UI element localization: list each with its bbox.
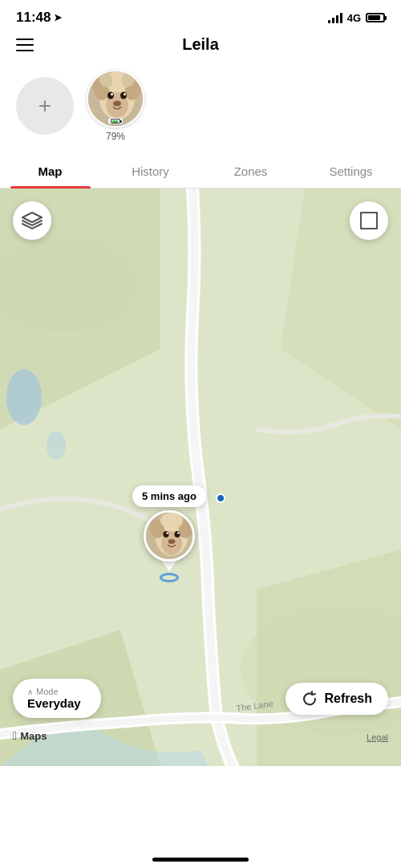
svg-point-30	[160, 513, 183, 529]
pet-avatar-wrapper[interactable]: 79%	[87, 70, 144, 142]
layers-button[interactable]	[13, 201, 51, 240]
page-title: Leila	[182, 35, 219, 54]
svg-point-26	[174, 531, 180, 537]
hamburger-line-3	[16, 50, 34, 51]
signal-bar-4	[340, 13, 342, 23]
svg-point-7	[111, 93, 113, 95]
marker-pet-image	[144, 510, 195, 562]
pet-battery-fill	[112, 120, 118, 123]
tab-zones[interactable]: Zones	[200, 155, 301, 188]
expand-icon	[358, 210, 379, 231]
time-display: 11:48	[16, 10, 51, 26]
pet-battery-mini	[111, 119, 120, 124]
location-icon: ➤	[54, 12, 62, 23]
svg-point-28	[177, 532, 180, 534]
signal-bar-3	[336, 15, 338, 23]
signal-bar-1	[328, 20, 330, 23]
header: Leila	[0, 32, 401, 63]
refresh-label-text: Refresh	[324, 692, 372, 706]
add-pet-button[interactable]: +	[16, 77, 74, 135]
marker-ring	[160, 573, 179, 582]
mode-prefix-label: ∧ Mode	[27, 687, 87, 696]
pet-avatar	[87, 70, 144, 128]
marker-time-text: 5 mins ago	[142, 490, 196, 502]
home-indicator	[152, 858, 249, 862]
svg-rect-19	[361, 213, 377, 229]
pet-battery-indicator	[108, 118, 123, 124]
marker-time-bubble: 5 mins ago	[132, 485, 206, 507]
tab-history[interactable]: History	[100, 155, 200, 188]
tab-settings-label: Settings	[329, 164, 372, 178]
signal-bars	[328, 12, 342, 23]
battery-fill	[368, 15, 380, 20]
legal-link[interactable]: Legal	[367, 732, 388, 742]
tab-history-label: History	[132, 164, 169, 178]
pet-avatar-image	[88, 71, 143, 126]
marker-pin	[161, 560, 177, 571]
layers-icon	[21, 209, 43, 232]
signal-bar-2	[332, 18, 334, 23]
apple-logo-icon: 	[13, 729, 17, 742]
status-time: 11:48 ➤	[16, 10, 62, 26]
network-type: 4G	[347, 12, 361, 24]
tab-zones-label: Zones	[234, 164, 268, 178]
add-icon: +	[38, 95, 51, 117]
mode-button[interactable]: ∧ Mode Everyday	[13, 679, 101, 718]
menu-button[interactable]	[16, 39, 34, 51]
svg-point-27	[166, 532, 168, 534]
pet-row: +	[0, 63, 401, 155]
svg-point-5	[107, 92, 114, 99]
mode-value-text: Everyday	[27, 696, 87, 710]
marker-dog-svg	[146, 513, 195, 562]
svg-point-16	[6, 369, 42, 425]
bottom-controls: ∧ Mode Everyday Refresh	[0, 679, 401, 718]
tab-map[interactable]: Map	[0, 155, 100, 188]
svg-point-25	[163, 531, 168, 537]
svg-point-6	[120, 92, 127, 99]
svg-point-17	[47, 431, 66, 460]
battery-icon	[366, 13, 385, 22]
hamburger-line-1	[16, 39, 34, 40]
mode-prefix-text: Mode	[36, 687, 59, 696]
marker-bubble-wrapper: 5 mins ago	[132, 485, 206, 510]
refresh-icon	[302, 691, 318, 707]
marker-active-dot	[216, 493, 225, 503]
tab-bar: Map History Zones Settings	[0, 155, 401, 189]
status-bar: 11:48 ➤ 4G	[0, 0, 401, 32]
tab-settings[interactable]: Settings	[301, 155, 401, 188]
svg-point-9	[113, 101, 121, 107]
pet-battery-text: 79%	[106, 131, 125, 142]
svg-point-8	[124, 93, 126, 95]
expand-button[interactable]	[350, 201, 388, 240]
tab-map-label: Map	[38, 164, 63, 178]
pet-marker[interactable]: 5 mins ago	[132, 485, 206, 582]
apple-maps-branding:  Maps	[13, 729, 47, 742]
maps-label: Maps	[20, 730, 47, 742]
map-view[interactable]: The Lane 5 mins ago	[0, 189, 401, 766]
hamburger-line-2	[16, 44, 34, 46]
status-right: 4G	[328, 12, 385, 24]
refresh-button[interactable]: Refresh	[286, 683, 388, 715]
svg-point-29	[168, 539, 175, 544]
